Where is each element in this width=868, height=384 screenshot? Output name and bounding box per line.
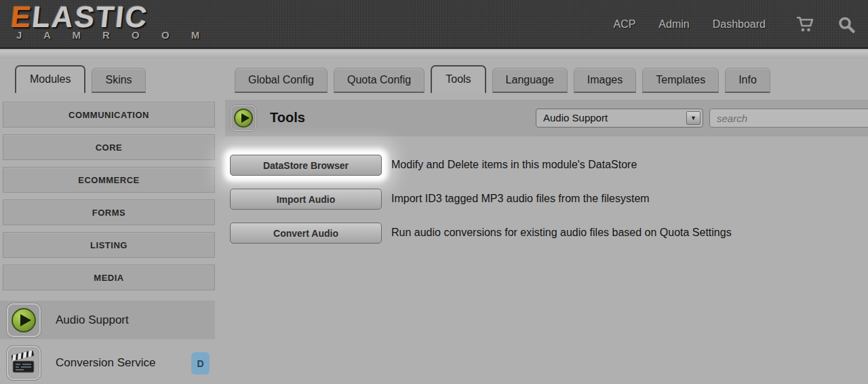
cart-icon[interactable] (795, 16, 814, 33)
sidebar-category-list: COMMUNICATION CORE ECOMMERCE FORMS LISTI… (3, 102, 215, 297)
header-divider-strip (0, 50, 868, 58)
datastore-browser-description: Modify and Delete items in this module's… (391, 159, 637, 171)
chevron-down-icon[interactable]: ▼ (686, 111, 701, 125)
tab-images[interactable]: Images (574, 68, 636, 93)
logo-rest: LASTIC (31, 0, 150, 33)
clapperboard-icon (7, 346, 41, 380)
tab-language[interactable]: Language (492, 68, 568, 93)
import-audio-description: Import ID3 tagged MP3 audio files from t… (391, 193, 650, 205)
module-badge: D (191, 352, 210, 375)
module-label: Conversion Service (56, 356, 155, 370)
sidebar-item-audio-support[interactable]: Audio Support (0, 301, 215, 339)
nav-link-acp[interactable]: ACP (613, 18, 635, 31)
module-label: Audio Support (56, 313, 129, 327)
tab-modules[interactable]: Modules (15, 65, 85, 93)
convert-audio-button[interactable]: Convert Audio (230, 223, 382, 244)
import-audio-button[interactable]: Import Audio (230, 189, 382, 210)
app-logo[interactable]: ELASTIC J A M R O O M (11, 1, 209, 41)
sidebar-category-forms[interactable]: FORMS (3, 199, 215, 225)
sidebar-category-media[interactable]: MEDIA (3, 265, 215, 290)
tab-quota-config[interactable]: Quota Config (334, 68, 425, 93)
sidebar-category-listing[interactable]: LISTING (3, 232, 215, 258)
datastore-browser-button[interactable]: DataStore Browser (230, 155, 382, 176)
logo-wordmark: ELASTIC (9, 1, 149, 33)
sidebar-category-ecommerce[interactable]: ECOMMERCE (3, 167, 215, 193)
tab-templates[interactable]: Templates (642, 68, 719, 93)
sidebar-category-communication[interactable]: COMMUNICATION (3, 102, 215, 128)
tab-global-config[interactable]: Global Config (235, 68, 328, 93)
search-input[interactable] (709, 109, 868, 128)
play-icon (7, 303, 41, 337)
module-select-value: Audio Support (543, 112, 608, 123)
page-title: Tools (270, 110, 305, 126)
nav-link-admin[interactable]: Admin (658, 18, 689, 31)
nav-link-dashboard[interactable]: Dashboard (713, 18, 766, 31)
search-icon[interactable] (837, 16, 856, 34)
tab-info[interactable]: Info (725, 68, 770, 93)
tab-group-right: Global Config Quota Config Tools Languag… (235, 65, 776, 93)
tab-group-left: Modules Skins (15, 65, 152, 93)
sidebar-category-core[interactable]: CORE (3, 134, 215, 160)
tab-tools[interactable]: Tools (431, 65, 486, 93)
tab-skins[interactable]: Skins (92, 68, 145, 93)
sidebar-item-conversion-service[interactable]: Conversion Service D (0, 343, 215, 382)
module-select-dropdown[interactable]: Audio Support ▼ (536, 109, 703, 128)
convert-audio-description: Run audio conversions for existing audio… (391, 227, 732, 239)
play-icon (231, 105, 256, 131)
header-nav: ACP Admin Dashboard (613, 0, 856, 49)
main-header-bar: Tools Audio Support ▼ (225, 100, 868, 136)
app-header: ELASTIC J A M R O O M ACP Admin Dashboar… (0, 0, 868, 49)
